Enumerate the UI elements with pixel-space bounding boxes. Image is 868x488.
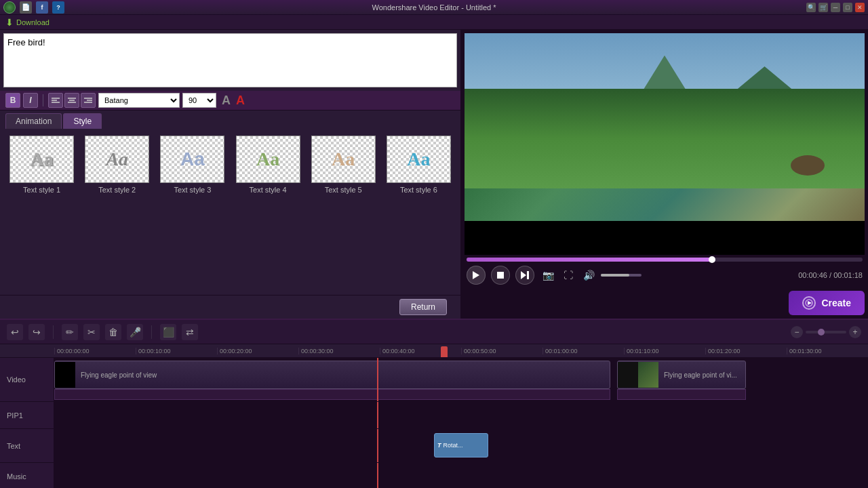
transition-icon-btn[interactable]: ⇄ xyxy=(182,324,198,340)
text-clip[interactable]: T Rotat... xyxy=(434,433,488,458)
style-item-5[interactable]: Aa Text style 5 xyxy=(309,136,378,194)
undo-redo-icon-btn[interactable]: ↪ xyxy=(28,324,45,340)
music-track-row: Music xyxy=(0,463,868,488)
skip-forward-icon xyxy=(521,271,529,279)
cut-icon-btn[interactable]: ✂ xyxy=(83,324,100,340)
text-track-label: Text xyxy=(0,429,54,462)
svg-marker-14 xyxy=(808,301,812,305)
mic-icon-btn[interactable]: 🎤 xyxy=(127,324,143,340)
total-time: 00:01:18 xyxy=(833,271,863,279)
stop-icon xyxy=(497,272,504,279)
align-left-button[interactable] xyxy=(48,93,63,108)
style-label-2: Text style 2 xyxy=(98,186,136,194)
style-preview-4: Aa xyxy=(236,136,300,183)
facebook-icon[interactable]: f xyxy=(36,1,48,14)
progress-handle[interactable] xyxy=(709,256,715,263)
style-label-3: Text style 3 xyxy=(174,186,211,194)
toolbar-row: ⬇ Download xyxy=(0,15,868,30)
title-bar: 📄 f ? Wondershare Video Editor - Untitle… xyxy=(0,0,868,15)
file-icon[interactable]: 📄 xyxy=(20,1,32,14)
stop-button[interactable] xyxy=(491,266,510,285)
progress-bar-container[interactable] xyxy=(467,258,863,262)
close-btn[interactable]: ✕ xyxy=(855,3,865,12)
create-button[interactable]: Create xyxy=(789,291,865,315)
tab-animation[interactable]: Animation xyxy=(5,113,62,129)
style-label-1: Text style 1 xyxy=(23,186,60,194)
text-outline-color-button[interactable]: A xyxy=(222,94,231,108)
style-item-3[interactable]: Aa Text style 3 xyxy=(157,136,227,194)
return-button[interactable]: Return xyxy=(399,299,447,315)
align-right-button[interactable] xyxy=(81,93,96,108)
svg-rect-12 xyxy=(527,271,529,279)
style-text-3: Aa xyxy=(180,148,205,170)
overlay-icon-btn[interactable]: ⬛ xyxy=(160,324,176,340)
camera-button[interactable]: 📷 xyxy=(540,267,556,283)
video-track-label: Video xyxy=(0,358,54,401)
video-sub-track-2 xyxy=(617,389,746,400)
controls-row: 📷 ⛶ 🔊 00:00:46 / 00:01:18 xyxy=(467,266,863,285)
align-center-button[interactable] xyxy=(64,93,79,108)
delete-icon-btn[interactable]: 🗑 xyxy=(105,324,121,340)
volume-icon: 🔊 xyxy=(580,267,597,283)
download-button[interactable]: ⬇ Download xyxy=(5,17,50,28)
ruler-mark-0: 00:00:00:00 xyxy=(54,348,136,354)
align-center-icon xyxy=(68,97,76,104)
ruler-mark-2: 00:00:20:00 xyxy=(217,348,298,354)
video-clip-2[interactable]: Flying eagle point of vi... xyxy=(617,361,746,389)
align-buttons xyxy=(48,93,96,108)
style-grid-container: Aa Text style 1 Aa Text style 2 Aa Text … xyxy=(0,129,460,295)
minimize-btn[interactable]: ─ xyxy=(831,3,840,12)
download-arrow-icon: ⬇ xyxy=(5,17,14,28)
ruler-mark-6: 00:01:00:00 xyxy=(542,348,624,354)
video-clip-1[interactable]: Flying eagle point of view xyxy=(54,361,610,389)
ruler-mark-8: 00:01:20:00 xyxy=(705,348,787,354)
svg-marker-11 xyxy=(521,271,526,279)
cart-ctrl[interactable]: 🛒 xyxy=(818,3,828,12)
help-icon[interactable]: ? xyxy=(52,1,64,14)
tab-bar: Animation Style xyxy=(0,110,460,129)
style-grid: Aa Text style 1 Aa Text style 2 Aa Text … xyxy=(7,136,454,194)
video-track-row: Video Flying eagle point of view Flying … xyxy=(0,358,868,402)
clip-text-2: Flying eagle point of vi... xyxy=(658,371,737,379)
volume-bar[interactable] xyxy=(601,274,642,277)
size-selector[interactable]: 90 xyxy=(182,93,216,108)
italic-button[interactable]: I xyxy=(23,93,38,108)
skip-forward-button[interactable] xyxy=(515,266,534,285)
play-button[interactable] xyxy=(467,266,486,285)
zoom-out-button[interactable]: − xyxy=(791,326,803,338)
style-item-2[interactable]: Aa Text style 2 xyxy=(82,136,152,194)
style-text-4: Aa xyxy=(256,148,279,170)
tab-style[interactable]: Style xyxy=(63,113,102,129)
style-label-6: Text style 6 xyxy=(400,186,437,194)
style-text-1: Aa xyxy=(30,148,53,170)
text-input[interactable]: Free bird! xyxy=(7,37,453,83)
create-play-icon xyxy=(805,299,813,307)
fullscreen-button[interactable]: ⛶ xyxy=(560,267,576,283)
right-panel: 📷 ⛶ 🔊 00:00:46 / 00:01:18 xyxy=(461,30,868,319)
svg-marker-9 xyxy=(473,271,479,279)
style-item-4[interactable]: Aa Text style 4 xyxy=(233,136,302,194)
extra-controls: 📷 ⛶ 🔊 xyxy=(540,267,642,283)
clip-thumb-1 xyxy=(55,362,75,388)
timeline-area: ↩ ↪ ✏ ✂ 🗑 🎤 ⬛ ⇄ − + 00:00:00:00 00:00:10… xyxy=(0,319,868,488)
bold-button[interactable]: B xyxy=(5,93,20,108)
progress-bar-fill xyxy=(467,258,712,262)
font-selector[interactable]: Batang xyxy=(98,93,180,108)
app-title: Wondershare Video Editor - Untitled * xyxy=(372,3,496,12)
text-track-row: Text T Rotat... xyxy=(0,429,868,463)
video-track-content: Flying eagle point of view Flying eagle … xyxy=(54,358,868,401)
time-display: 00:00:46 / 00:01:18 xyxy=(798,271,863,279)
text-clip-icon: T xyxy=(437,442,441,449)
format-separator-1 xyxy=(43,94,43,106)
edit-icon-btn[interactable]: ✏ xyxy=(62,324,78,340)
zoom-slider[interactable] xyxy=(806,331,846,333)
text-input-area[interactable]: Free bird! xyxy=(3,33,457,87)
text-fill-color-button[interactable]: A xyxy=(236,94,245,108)
undo-icon-btn[interactable]: ↩ xyxy=(7,324,23,340)
style-item-1[interactable]: Aa Text style 1 xyxy=(7,136,77,194)
zoom-in-button[interactable]: + xyxy=(849,326,861,338)
ruler-mark-3: 00:00:30:00 xyxy=(298,348,380,354)
style-item-6[interactable]: Aa Text style 6 xyxy=(384,136,454,194)
maximize-btn[interactable]: □ xyxy=(843,3,852,12)
search-ctrl[interactable]: 🔍 xyxy=(806,3,816,12)
